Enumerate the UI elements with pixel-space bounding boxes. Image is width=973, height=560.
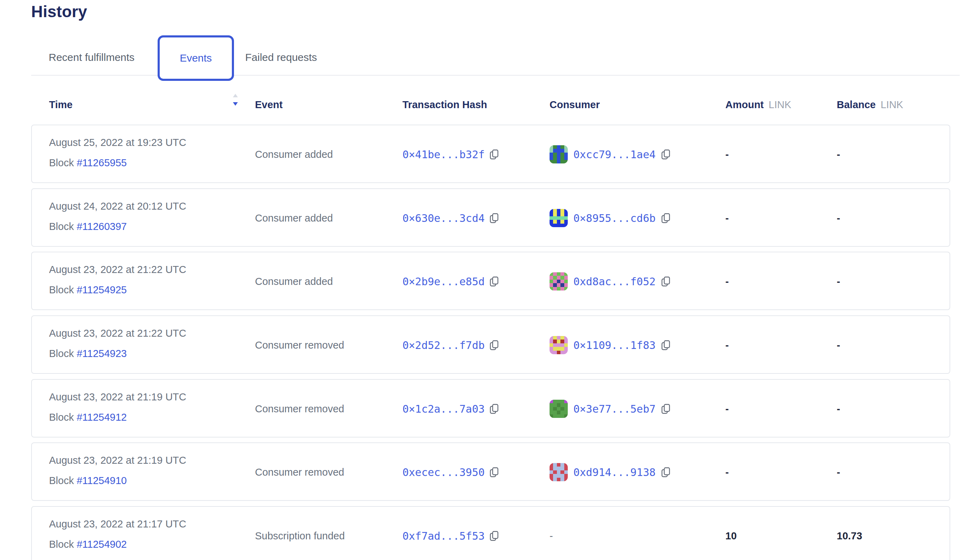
row-balance: - (837, 212, 840, 224)
block-label: Block (49, 157, 74, 168)
consumer-avatar-icon (550, 463, 568, 481)
block-label: Block (49, 538, 74, 550)
column-header-balance: BalanceLINK (837, 99, 903, 111)
row-block: Block #11254902 (49, 538, 127, 550)
block-number-link[interactable]: #11254923 (77, 348, 127, 359)
copy-consumer-address-icon[interactable] (661, 403, 670, 414)
consumer-avatar-icon (550, 400, 568, 418)
block-number-link[interactable]: #11254912 (77, 412, 127, 423)
block-number-link[interactable]: #11254925 (77, 284, 127, 295)
column-header-time[interactable]: Time (49, 99, 72, 111)
copy-transaction-hash-icon[interactable] (490, 276, 499, 287)
table-row: August 23, 2022 at 21:17 UTC Block #1125… (31, 506, 950, 560)
consumer-avatar-icon (550, 209, 568, 227)
row-consumer: 0×1109...1f83 (550, 336, 670, 354)
row-consumer: - (550, 527, 553, 545)
row-event: Consumer removed (255, 466, 344, 478)
tab-recent-fulfillments[interactable]: Recent fulfillments (48, 52, 134, 63)
row-consumer: 0×8955...cd6b (550, 209, 670, 227)
row-timestamp: August 23, 2022 at 21:17 UTC (49, 518, 186, 530)
row-transaction-hash: 0×1c2a...7a03 (403, 402, 499, 416)
row-amount: - (726, 339, 729, 351)
column-header-consumer: Consumer (550, 99, 600, 111)
row-amount: 10 (726, 530, 737, 542)
copy-consumer-address-icon[interactable] (661, 276, 670, 287)
table-row: August 23, 2022 at 21:19 UTC Block #1125… (31, 379, 950, 438)
column-header-event: Event (255, 99, 283, 111)
row-balance: 10.73 (837, 530, 862, 542)
row-block: Block #11254923 (49, 348, 127, 360)
transaction-hash-link[interactable]: 0xecec...3950 (403, 466, 485, 478)
block-number-link[interactable]: #11265955 (77, 157, 127, 168)
copy-transaction-hash-icon[interactable] (490, 531, 499, 542)
table-row: August 23, 2022 at 21:22 UTC Block #1125… (31, 252, 950, 310)
row-consumer: 0xd914...9138 (550, 463, 670, 481)
transaction-hash-link[interactable]: 0×1c2a...7a03 (403, 403, 485, 415)
block-label: Block (49, 221, 74, 232)
transaction-hash-link[interactable]: 0×41be...b32f (403, 148, 485, 161)
row-consumer: 0xd8ac...f052 (550, 272, 670, 290)
consumer-empty-value: - (550, 530, 553, 542)
transaction-hash-link[interactable]: 0xf7ad...5f53 (403, 530, 485, 542)
block-number-link[interactable]: #11260397 (77, 221, 127, 232)
consumer-avatar-icon (550, 145, 568, 163)
row-balance: - (837, 275, 840, 287)
copy-transaction-hash-icon[interactable] (490, 403, 499, 414)
column-header-transaction-hash: Transaction Hash (403, 99, 487, 111)
consumer-address-link[interactable]: 0×8955...cd6b (573, 212, 656, 224)
copy-consumer-address-icon[interactable] (661, 213, 670, 223)
copy-transaction-hash-icon[interactable] (490, 213, 499, 223)
block-number-link[interactable]: #11254910 (77, 475, 127, 486)
amount-unit-label: LINK (769, 99, 791, 110)
tab-failed-requests[interactable]: Failed requests (245, 52, 317, 63)
row-consumer: 0×3e77...5eb7 (550, 400, 670, 418)
page-title: History (31, 2, 87, 21)
copy-transaction-hash-icon[interactable] (490, 149, 499, 160)
row-balance: - (837, 339, 840, 351)
balance-unit-label: LINK (881, 99, 903, 110)
tab-events-label: Events (180, 52, 212, 64)
table-row: August 25, 2022 at 19:23 UTC Block #1126… (31, 125, 950, 183)
transaction-hash-link[interactable]: 0×2d52...f7db (403, 339, 485, 352)
consumer-address-link[interactable]: 0xd8ac...f052 (573, 275, 656, 288)
block-label: Block (49, 475, 74, 486)
copy-consumer-address-icon[interactable] (661, 467, 670, 478)
copy-transaction-hash-icon[interactable] (490, 340, 499, 351)
row-block: Block #11260397 (49, 220, 127, 232)
block-number-link[interactable]: #11254902 (77, 538, 127, 550)
copy-transaction-hash-icon[interactable] (490, 467, 499, 478)
consumer-address-link[interactable]: 0×1109...1f83 (573, 339, 656, 352)
block-label: Block (49, 284, 74, 295)
row-transaction-hash: 0×41be...b32f (403, 147, 499, 162)
row-block: Block #11254925 (49, 284, 127, 296)
tab-events[interactable]: Events (158, 35, 234, 81)
consumer-address-link[interactable]: 0xd914...9138 (573, 466, 656, 478)
row-block: Block #11265955 (49, 157, 127, 169)
row-amount: - (726, 466, 729, 478)
row-timestamp: August 23, 2022 at 21:19 UTC (49, 391, 186, 403)
row-event: Consumer added (255, 212, 333, 224)
copy-consumer-address-icon[interactable] (661, 149, 670, 160)
row-event: Subscription funded (255, 530, 344, 542)
consumer-address-link[interactable]: 0xcc79...1ae4 (573, 148, 656, 161)
table-row: August 23, 2022 at 21:19 UTC Block #1125… (31, 442, 950, 501)
transaction-hash-link[interactable]: 0×2b9e...e85d (403, 275, 485, 288)
row-transaction-hash: 0xecec...3950 (403, 465, 499, 479)
sort-descending-icon[interactable] (232, 93, 238, 110)
row-event: Consumer removed (255, 403, 344, 415)
row-timestamp: August 23, 2022 at 21:22 UTC (49, 327, 186, 339)
row-transaction-hash: 0×630e...3cd4 (403, 211, 499, 225)
row-amount: - (726, 212, 729, 224)
copy-consumer-address-icon[interactable] (661, 340, 670, 351)
row-transaction-hash: 0×2d52...f7db (403, 338, 499, 352)
row-amount: - (726, 275, 729, 287)
consumer-address-link[interactable]: 0×3e77...5eb7 (573, 403, 656, 415)
row-event: Consumer added (255, 275, 333, 287)
consumer-avatar-icon (550, 336, 568, 354)
transaction-hash-link[interactable]: 0×630e...3cd4 (403, 212, 485, 224)
row-block: Block #11254912 (49, 411, 127, 423)
row-timestamp: August 25, 2022 at 19:23 UTC (49, 137, 186, 148)
row-balance: - (837, 466, 840, 478)
row-event: Consumer removed (255, 339, 344, 351)
block-label: Block (49, 348, 74, 359)
